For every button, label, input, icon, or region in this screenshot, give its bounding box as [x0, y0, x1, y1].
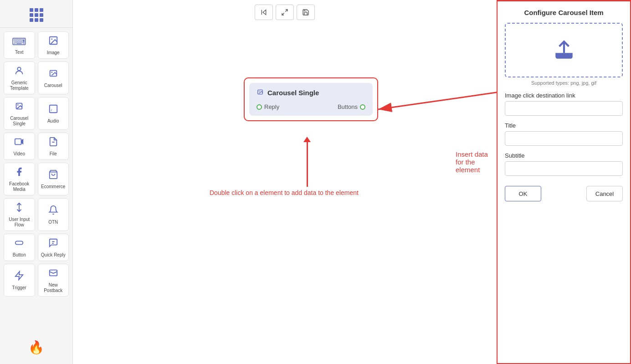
sidebar-item-facebook-media[interactable]: Facebook Media [4, 163, 35, 195]
carousel-node-ports: Reply Buttons [257, 103, 365, 110]
ecommerce-icon [48, 169, 58, 182]
image-link-input[interactable] [505, 101, 623, 116]
right-panel: Configure Carousel Item Supported types:… [497, 0, 631, 364]
carousel-icon [48, 68, 58, 81]
sidebar-item-ecommerce[interactable]: Ecommerce [38, 163, 69, 195]
svg-point-1 [51, 38, 52, 40]
file-icon [48, 137, 58, 149]
sidebar-item-label: Text [15, 50, 23, 55]
panel-actions: OK Cancel [505, 186, 623, 201]
svg-marker-17 [15, 272, 23, 280]
trigger-icon [14, 271, 24, 283]
title-input[interactable] [505, 131, 623, 146]
sidebar-item-label: Facebook Media [6, 181, 33, 192]
sidebar-item-label: Ecommerce [41, 184, 65, 190]
double-click-instruction: Double click on a element to add data to… [210, 189, 359, 196]
toolbar-btn-save[interactable] [297, 5, 315, 20]
sidebar-item-text[interactable]: ⌨ Text [4, 31, 35, 59]
port-reply-label: Reply [264, 103, 279, 110]
upload-area[interactable] [505, 23, 623, 77]
sidebar-item-label: File [50, 151, 57, 157]
upload-icon [553, 39, 575, 62]
carousel-node-inner: Carousel Single Reply Buttons [249, 83, 373, 116]
sidebar-item-label: Carousel Single [6, 116, 33, 127]
cancel-button[interactable]: Cancel [586, 186, 623, 201]
sidebar-item-label: Carousel [44, 83, 62, 88]
svg-point-4 [51, 72, 52, 73]
user-input-flow-icon [14, 202, 24, 215]
sidebar-header [0, 5, 72, 28]
carousel-node-title: Carousel Single [257, 88, 365, 97]
text-icon: ⌨ [12, 36, 26, 48]
upload-hint: Supported types: png, jpg, gif [505, 80, 623, 86]
toolbar [255, 5, 315, 20]
insert-data-label: Insert data for the element [456, 150, 497, 174]
sidebar-item-file[interactable]: File [38, 133, 69, 160]
sidebar-item-image[interactable]: Image [38, 31, 69, 59]
svg-text:♪: ♪ [50, 108, 52, 112]
sidebar-footer: 🔥 [24, 335, 49, 359]
sidebar-item-label: New Postback [40, 282, 67, 293]
flame-icon: 🔥 [28, 340, 44, 354]
main-canvas: Carousel Single Reply Buttons Double cli… [73, 0, 497, 364]
subtitle-input[interactable] [505, 161, 623, 176]
sidebar-item-new-postback[interactable]: New Postback [38, 264, 69, 297]
diagonal-arrow [73, 0, 497, 364]
svg-rect-14 [15, 241, 23, 244]
ok-button[interactable]: OK [505, 186, 541, 201]
right-panel-title: Configure Carousel Item [505, 9, 623, 16]
sidebar-item-otn[interactable]: OTN [38, 198, 69, 231]
otn-icon [48, 205, 58, 218]
sidebar-item-carousel[interactable]: Carousel [38, 62, 69, 94]
sidebar-item-label: Video [14, 151, 25, 157]
carousel-title-icon [257, 88, 264, 97]
new-postback-icon [48, 268, 58, 281]
sidebar-item-label: Trigger [12, 285, 26, 291]
sidebar-item-audio[interactable]: ♪ Audio [38, 97, 69, 130]
svg-point-2 [18, 67, 21, 71]
image-link-label: Image click destination link [505, 92, 623, 99]
sidebar: ⌨ Text Image Generic Template Carousel [0, 0, 73, 364]
title-label: Title [505, 122, 623, 129]
toolbar-btn-first[interactable] [255, 5, 273, 20]
subtitle-label: Subtitle [505, 152, 623, 159]
facebook-media-icon [14, 167, 24, 179]
svg-marker-19 [263, 10, 266, 15]
svg-rect-9 [15, 139, 21, 145]
svg-line-21 [285, 10, 287, 12]
sidebar-item-generic-template[interactable]: Generic Template [4, 62, 35, 94]
video-icon [14, 137, 24, 149]
sidebar-item-label: Quick Reply [41, 252, 66, 258]
quick-reply-icon [48, 238, 58, 251]
svg-line-22 [282, 13, 284, 15]
port-buttons-dot [360, 104, 365, 110]
port-buttons-label: Buttons [338, 103, 358, 110]
sidebar-item-label: Image [47, 50, 60, 56]
svg-point-6 [17, 104, 19, 106]
carousel-node-title-text: Carousel Single [267, 89, 319, 97]
sidebar-item-carousel-single[interactable]: Carousel Single [4, 97, 35, 130]
carousel-node[interactable]: Carousel Single Reply Buttons [244, 77, 378, 121]
audio-icon: ♪ [48, 104, 58, 117]
sidebar-item-quick-reply[interactable]: Quick Reply [38, 234, 69, 261]
grid-icon [30, 8, 43, 22]
sidebar-item-video[interactable]: Video [4, 133, 35, 160]
sidebar-item-label: Generic Template [6, 80, 33, 91]
carousel-single-icon [14, 101, 24, 114]
sidebar-item-button[interactable]: Button [4, 234, 35, 261]
port-buttons: Buttons [338, 103, 365, 110]
arrow-up-indicator [307, 141, 308, 187]
sidebar-item-user-input-flow[interactable]: User Input Flow [4, 198, 35, 231]
toolbar-btn-fit[interactable] [276, 5, 294, 20]
sidebar-item-label: Audio [47, 118, 59, 124]
sidebar-item-label: OTN [48, 220, 58, 225]
svg-line-26 [378, 82, 497, 109]
generic-template-icon [14, 66, 24, 78]
sidebar-item-label: User Input Flow [6, 217, 33, 228]
sidebar-item-label: Button [13, 252, 26, 258]
svg-point-24 [259, 91, 260, 92]
image-icon [48, 36, 58, 48]
sidebar-item-trigger[interactable]: Trigger [4, 264, 35, 297]
button-icon [14, 238, 24, 251]
port-reply: Reply [257, 103, 279, 110]
